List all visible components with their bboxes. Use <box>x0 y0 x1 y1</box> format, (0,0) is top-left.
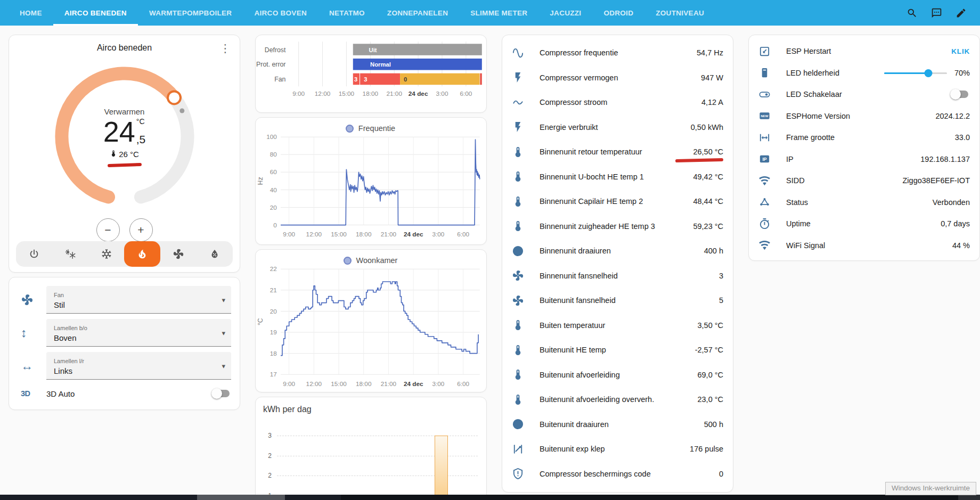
sensor-row-compressor-beschermings-code[interactable]: Compressor beschermings code0 <box>512 462 723 487</box>
mode-heat-button[interactable] <box>124 241 160 267</box>
sensor-row-buitenunit-draaiuren[interactable]: Buitenunit draaiuren500 h <box>512 412 723 437</box>
select-value: Boven <box>54 333 215 342</box>
mode-fan-only-button[interactable] <box>160 241 197 267</box>
edit-button[interactable] <box>950 2 971 23</box>
esp-row-wifi-signal[interactable]: WiFi Signal44 % <box>758 235 970 257</box>
sensor-list-card: Compressor frequentie54,7 HzCompressor v… <box>502 35 733 493</box>
esp-restart-klik-button[interactable]: KLIK <box>951 47 970 55</box>
nav-tab-zonnepanelen[interactable]: ZONNEPANELEN <box>376 0 459 26</box>
esp-row-sidd[interactable]: SIDDZiggo38EF6EF-IOT <box>758 170 970 192</box>
3d-auto-toggle[interactable] <box>211 388 231 399</box>
sensor-row-binnenunit-retour-temperatuur[interactable]: Binnenunit retour temperatuur26,50 °C <box>512 140 723 165</box>
current-temperature: 26 °C <box>110 150 139 159</box>
thermometer-icon <box>512 220 524 232</box>
esp-value: Ziggo38EF6EF-IOT <box>902 176 970 185</box>
toggle-label: 3D Auto <box>46 389 211 398</box>
chevron-down-icon: ▾ <box>222 362 225 370</box>
card-menu-button[interactable]: ⋮ <box>216 39 234 58</box>
dial-center: Verwarmen 24 °C ,5 26 °C <box>45 56 205 216</box>
sensor-row-binnenunit-fansnelheid[interactable]: Binnenunit fansnelheid3 <box>512 264 723 289</box>
svg-text:24 dec: 24 dec <box>404 231 423 237</box>
sensor-value: 176 pulse <box>690 445 723 453</box>
sensor-row-compressor-frequentie[interactable]: Compressor frequentie54,7 Hz <box>512 40 723 65</box>
mode-off-button[interactable] <box>16 241 52 267</box>
sensor-value: 947 W <box>701 73 723 82</box>
svg-text:20: 20 <box>270 204 277 211</box>
sensor-row-binnenunit-u-bocht-he-temp-1[interactable]: Binnenunit U-bocht HE temp 149,42 °C <box>512 165 723 190</box>
nav-tab-airco-beneden[interactable]: AIRCO BENEDEN <box>53 0 138 26</box>
snowflake-icon <box>101 248 112 260</box>
sensor-value: 26,50 °C <box>693 147 723 156</box>
svg-text:0: 0 <box>404 76 407 83</box>
nav-tab-slimme-meter[interactable]: SLIMME METER <box>459 0 538 26</box>
esp-row-status[interactable]: StatusVerbonden <box>758 192 970 214</box>
search-button[interactable] <box>901 2 922 23</box>
nav-tab-jacuzzi[interactable]: JACUZZI <box>538 0 592 26</box>
sensor-row-buitenunit-he-temp[interactable]: Buitenunit HE temp-2,57 °C <box>512 338 723 363</box>
sensor-row-buitenunit-afvoerleiding-oververh[interactable]: Buitenunit afvoerleiding oververh.23,0 °… <box>512 387 723 412</box>
esp-name: Uptime <box>786 219 941 228</box>
esp-row-esphome-version[interactable]: NEWESPHome Version2024.12.2 <box>758 105 970 127</box>
sensor-row-buitenunit-fansnelheid[interactable]: Buitenunit fansnelheid5 <box>512 288 723 313</box>
sensor-row-binnenunit-draaiuren[interactable]: Binnenunit draaiuren400 h <box>512 239 723 264</box>
sensor-row-compressor-vermogen[interactable]: Compressor vermogen947 W <box>512 65 723 91</box>
nav-tab-warmtepompboiler[interactable]: WARMTEPOMPBOILER <box>138 0 243 26</box>
scrollbar-thumb[interactable] <box>197 495 285 500</box>
sensor-row-energie-verbruikt[interactable]: Energie verbruikt0,50 kWh <box>512 115 723 140</box>
nav-tab-zoutniveau[interactable]: ZOUTNIVEAU <box>644 0 715 26</box>
svg-text:18:00: 18:00 <box>363 90 379 97</box>
sensor-name: Buitenunit fansnelheid <box>540 296 719 305</box>
thermometer-icon <box>512 344 524 356</box>
red-annotation-line <box>675 158 723 162</box>
chat-button[interactable] <box>926 2 947 23</box>
sensor-name: Compressor beschermings code <box>540 470 719 478</box>
svg-text:6:00: 6:00 <box>457 380 469 387</box>
wifi-icon <box>758 239 771 251</box>
temp-increase-button[interactable]: + <box>129 218 153 242</box>
select-lamellen-l-r[interactable]: Lamellen l/rLinks▾ <box>46 352 231 380</box>
select-fan[interactable]: FanStil▾ <box>46 286 231 314</box>
clock-icon <box>512 418 524 430</box>
sensor-row-binnenunit-capilair-he-temp-2[interactable]: Binnenunit Capilair HE temp 248,44 °C <box>512 189 723 214</box>
kwh-bar <box>435 436 448 500</box>
fan-icon <box>21 293 34 306</box>
brightness-slider[interactable] <box>884 69 947 77</box>
nav-tab-home[interactable]: HOME <box>9 0 53 26</box>
esp-row-uptime[interactable]: Uptime0,7 days <box>758 213 970 235</box>
led-toggle[interactable] <box>950 89 970 100</box>
esp-row-esp-herstart[interactable]: ESP HerstartKLIK <box>758 40 970 62</box>
sensor-row-compressor-stroom[interactable]: Compressor stroom4,12 A <box>512 90 723 115</box>
fire-icon <box>136 248 148 260</box>
temp-decrease-button[interactable]: − <box>96 218 120 242</box>
nav-tab-airco-boven[interactable]: AIRCO BOVEN <box>243 0 318 26</box>
minus-icon: − <box>104 224 111 236</box>
sensor-row-binnenunit-zuigheader-he-temp-3[interactable]: Binnenunit zuigheader HE temp 359,23 °C <box>512 214 723 239</box>
thermometer-icon <box>512 368 524 381</box>
esp-row-led-helderheid[interactable]: LED helderheid70% <box>758 62 970 84</box>
svg-text:6:00: 6:00 <box>460 90 472 97</box>
svg-text:3:00: 3:00 <box>436 90 448 97</box>
hvac-mode-row <box>16 241 233 267</box>
chevron-down-icon: ▾ <box>222 296 225 304</box>
mode-auto-button[interactable] <box>52 241 88 267</box>
kwh-ytick: 3 <box>263 432 272 439</box>
legend-dot-icon <box>346 125 354 133</box>
frequentie-card: Frequentie 0204060801009:0012:0015:0018:… <box>255 117 487 245</box>
esp-row-led-schakelaar[interactable]: LED Schakelaar <box>758 84 970 105</box>
nav-tab-odroid[interactable]: ODROID <box>592 0 644 26</box>
sensor-row-buitenunit-afvoerleiding[interactable]: Buitenunit afvoerleiding69,0 °C <box>512 363 723 388</box>
caret-down-icon: ▾ <box>222 296 225 304</box>
mode-dry-button[interactable] <box>197 241 233 267</box>
thermometer-icon <box>512 319 524 331</box>
slider-thumb[interactable] <box>924 69 932 77</box>
svg-text:24 dec: 24 dec <box>404 380 423 387</box>
select-lamellen-b-o[interactable]: Lamellen b/oBoven▾ <box>46 319 231 347</box>
mode-cool-button[interactable] <box>88 241 125 267</box>
esp-value: 44 % <box>952 241 970 250</box>
nav-tab-netatmo[interactable]: NETATMO <box>318 0 376 26</box>
sensor-name: Binnenunit U-bocht HE temp 1 <box>540 173 693 181</box>
sensor-row-buitenunit-exp-klep[interactable]: Buitenunit exp klep176 pulse <box>512 437 723 462</box>
sensor-row-buiten-temperatuur[interactable]: Buiten temperatuur3,50 °C <box>512 313 723 338</box>
esp-row-frame-grootte[interactable]: Frame grootte33.0 <box>758 127 970 149</box>
esp-row-ip[interactable]: IPIP192.168.1.137 <box>758 149 970 170</box>
